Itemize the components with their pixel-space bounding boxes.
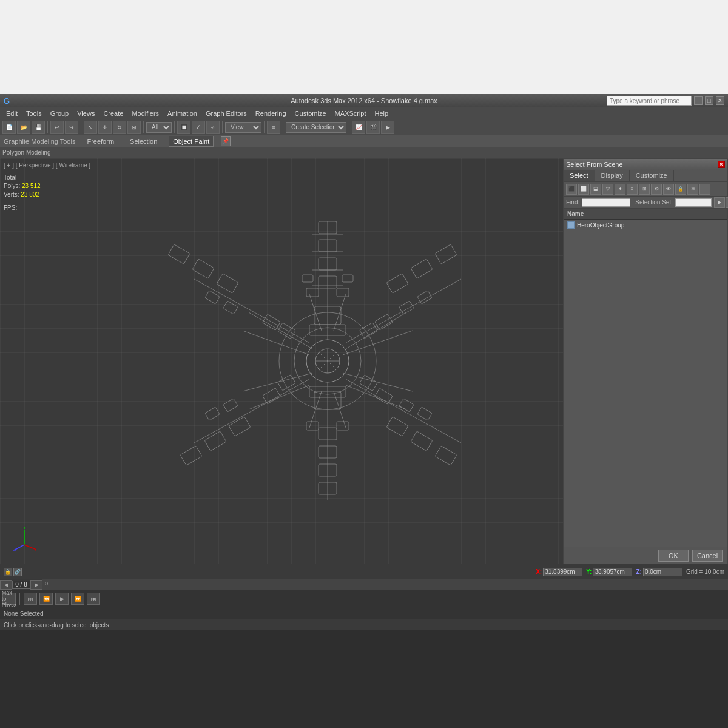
panel-search-buttons: ▶ ✕	[714, 197, 728, 208]
menu-animation[interactable]: Animation	[164, 109, 201, 118]
open-button[interactable]: 📂	[17, 121, 30, 134]
panel-list-button[interactable]: ≡	[627, 184, 638, 195]
prev-frame-button[interactable]: ⏪	[39, 593, 53, 605]
svg-rect-17	[386, 273, 408, 292]
verts-stat: Verts: 23 802	[4, 190, 41, 199]
angle-snap-button[interactable]: ∠	[192, 121, 205, 134]
panel-search-input[interactable]	[582, 198, 630, 207]
panel-search-go-button[interactable]: ▶	[714, 197, 725, 208]
search-input[interactable]	[607, 96, 692, 106]
svg-rect-12	[302, 275, 313, 282]
menu-rendering[interactable]: Rendering	[252, 109, 290, 118]
svg-line-48	[249, 312, 312, 349]
toolbar-sep-5	[222, 121, 223, 133]
lock-icon[interactable]: 🔒	[4, 568, 12, 576]
bc-sep	[19, 593, 20, 605]
curve-editor-button[interactable]: 📈	[352, 121, 365, 134]
svg-line-14	[346, 279, 461, 343]
panel-select-none-button[interactable]: ⬜	[578, 184, 589, 195]
x-input[interactable]	[543, 568, 582, 576]
timeline-prev-button[interactable]: ◀	[0, 580, 12, 590]
panel-hide-button[interactable]: 🔒	[675, 184, 686, 195]
snap-button[interactable]: 🔲	[177, 121, 190, 134]
go-to-start-button[interactable]: ⏮	[24, 593, 37, 605]
title-bar-right: — □ ✕	[607, 96, 724, 106]
go-to-end-button[interactable]: ⏭	[87, 593, 100, 605]
max-to-physx-button[interactable]: Max to Physx	[2, 593, 16, 605]
svg-rect-73	[263, 314, 281, 330]
move-button[interactable]: ✛	[98, 121, 112, 134]
panel-tab-select[interactable]: Select	[564, 170, 595, 181]
menu-edit[interactable]: Edit	[2, 109, 21, 118]
panel-filter-button[interactable]: ▽	[602, 184, 613, 195]
panel-tab-display[interactable]: Display	[595, 170, 630, 181]
menu-tools[interactable]: Tools	[22, 109, 46, 118]
svg-rect-26	[411, 431, 433, 450]
timeline-area[interactable]: 0	[42, 579, 728, 590]
maximize-button[interactable]: □	[705, 96, 713, 105]
menu-help[interactable]: Help	[371, 109, 393, 118]
graphite-tab-selection[interactable]: Selection	[126, 136, 161, 147]
panel-freeze-button[interactable]: ❄	[687, 184, 698, 195]
graphite-tab-freeform[interactable]: Freeform	[83, 136, 118, 147]
panel-find-label: Find:	[566, 199, 579, 206]
graphite-pin-button[interactable]: 📌	[221, 136, 231, 146]
minimize-button[interactable]: —	[694, 96, 703, 105]
menu-maxscript[interactable]: MAXScript	[331, 109, 370, 118]
panel-content[interactable]: HeroObjectGroup	[564, 220, 727, 547]
panel-selection-set-input[interactable]	[675, 198, 712, 207]
quick-render-button[interactable]: ▶	[381, 121, 394, 134]
new-button[interactable]: 📄	[2, 121, 16, 134]
graphite-tab-object-paint[interactable]: Object Paint	[169, 136, 214, 147]
panel-tabs: Select Display Customize	[564, 170, 727, 182]
close-button[interactable]: ✕	[716, 96, 724, 105]
timeline-next-button[interactable]: ▶	[30, 580, 42, 590]
grid-label: Grid = 10.0cm	[686, 568, 724, 575]
toolbar-sep-1	[47, 121, 48, 133]
panel-cancel-button[interactable]: Cancel	[692, 550, 723, 562]
panel-select-all-button[interactable]: ⬛	[566, 184, 577, 195]
layer-manager-button[interactable]: ≡	[267, 121, 280, 134]
view-dropdown[interactable]: View	[225, 122, 261, 133]
panel-show-button[interactable]: 👁	[663, 184, 674, 195]
scale-button[interactable]: ⊠	[127, 121, 141, 134]
y-input[interactable]	[593, 568, 632, 576]
create-selection-dropdown[interactable]: Create Selection	[286, 122, 346, 133]
panel-options-button[interactable]: …	[699, 184, 710, 195]
panel-highlight-button[interactable]: ✦	[615, 184, 625, 195]
panel-search-clear-button[interactable]: ✕	[726, 197, 728, 208]
rotate-button[interactable]: ↻	[113, 121, 126, 134]
svg-rect-45	[223, 398, 238, 411]
render-button[interactable]: 🎬	[366, 121, 380, 134]
percent-snap-button[interactable]: %	[206, 121, 220, 134]
redo-button[interactable]: ↪	[65, 121, 78, 134]
panel-close-button[interactable]: ✕	[718, 161, 725, 168]
menu-modifiers[interactable]: Modifiers	[128, 109, 163, 118]
scene-item-hero-object-group[interactable]: HeroObjectGroup	[564, 220, 727, 231]
select-button[interactable]: ↖	[84, 121, 97, 134]
panel-icon-button[interactable]: ⊞	[639, 184, 650, 195]
menu-views[interactable]: Views	[73, 109, 98, 118]
next-frame-button[interactable]: ⏩	[71, 593, 84, 605]
menu-customize[interactable]: Customize	[291, 109, 330, 118]
menu-group[interactable]: Group	[47, 109, 73, 118]
save-button[interactable]: 💾	[32, 121, 45, 134]
link-icon[interactable]: 🔗	[13, 568, 22, 576]
menu-graph-editors[interactable]: Graph Editors	[202, 109, 251, 118]
undo-button[interactable]: ↩	[50, 121, 64, 134]
svg-rect-10	[306, 288, 318, 297]
play-button[interactable]: ▶	[55, 593, 69, 605]
z-input[interactable]	[643, 568, 682, 576]
verts-value: 23 802	[21, 191, 39, 198]
svg-rect-53	[223, 300, 238, 314]
toolbar-sep-7	[283, 121, 283, 133]
menu-create[interactable]: Create	[99, 109, 127, 118]
filter-dropdown[interactable]: All	[146, 122, 172, 133]
svg-text:X: X	[35, 547, 36, 551]
panel-config-button[interactable]: ⚙	[651, 184, 662, 195]
svg-rect-71	[375, 388, 393, 404]
panel-invert-button[interactable]: ⬓	[590, 184, 601, 195]
panel-tab-customize[interactable]: Customize	[630, 170, 674, 181]
panel-ok-button[interactable]: OK	[658, 550, 689, 562]
coord-display: X: Y: Z: Grid = 10.0cm	[536, 568, 724, 576]
